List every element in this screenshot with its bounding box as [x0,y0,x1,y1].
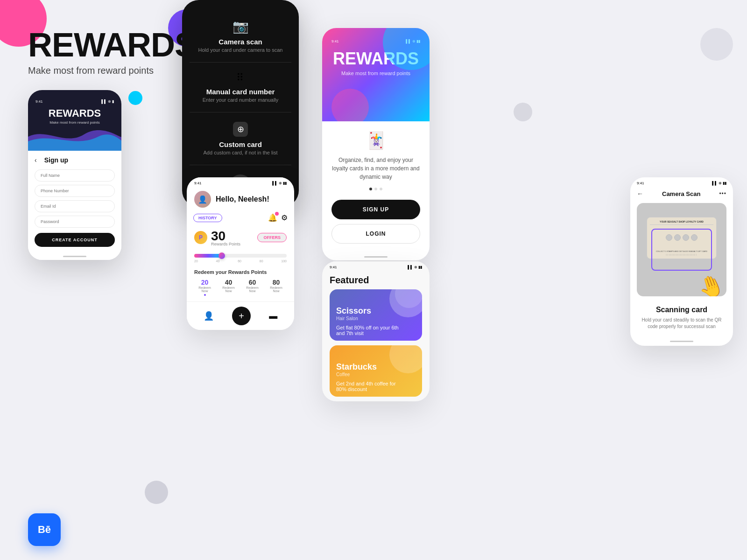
user-avatar: 👤 [194,191,211,208]
phone6-header: ← Camera Scan ••• [630,187,733,200]
scissors-shop-type: Hair Salon [336,316,399,321]
phone6-body: Scanning card Hold your card steadily to… [630,299,733,336]
blob2 [331,89,369,121]
phone-camera-scan-2: 9:41 ▌▌ ⊕ ▮▮ ← Camera Scan ••• YOUR SEAS… [630,177,733,346]
scissors-shop-name: Scissors [336,306,399,316]
redeem-item-80[interactable]: 80 RedeemNow [266,279,287,296]
phone5-status: 9:41 ▌▌ ⊕ ▮▮ [322,261,430,271]
points-coin-icon: P [194,231,207,244]
signup-button[interactable]: SIGN UP [331,200,420,219]
points-label: Rewards Points [211,242,240,246]
redeem-dot [204,294,206,296]
phone5-container: 9:41 ▌▌ ⊕ ▮▮ Featured Scissors Hair Salo… [322,261,430,401]
login-button[interactable]: LOGIN [331,224,420,244]
scissors-offer: Get flat 80% off on your 6thand 7th visi… [336,325,399,336]
starbucks-card[interactable]: Starbucks Coffee Get 2nd and 4th coffee … [330,345,422,397]
camera-icon: 📷 [190,19,291,34]
phone3-bottom-nav: 👤 + ▬ [187,301,294,330]
phone-camera-scan: 📷 Camera scan Hold your card under camer… [182,0,299,207]
progress-thumb[interactable] [218,252,225,259]
pagination-dots [369,188,382,190]
progress-track [194,254,287,258]
full-name-input[interactable] [35,169,115,182]
phone6-back-icon[interactable]: ← [637,190,643,197]
phone4-container: 9:41 ▌▌ ⊕ ▮▮ REWARDS Make most from rewa… [322,28,430,260]
scan-area: YOUR SEASALT SHOP LOYALTY CARD COLLECT 5… [637,203,726,296]
phone-dashboard: 9:41 ▌▌ ⊕ ▮▮ 👤 Hello, Neelesh! HISTORY 🔔… [187,177,294,330]
notification-icon[interactable]: 🔔 [268,213,277,222]
greeting-text: Hello, Neelesh! [216,195,269,203]
dot-3 [380,188,382,190]
manual-icon: ⠿ [190,72,291,84]
camera-scan-title: Camera scan [190,38,291,46]
offers-button[interactable]: OFFERS [257,233,287,242]
starbucks-shop-name: Starbucks [336,362,396,372]
phone6-home-indicator [630,336,733,346]
redeem-item-40[interactable]: 40 RedeemNow [218,279,239,296]
camera-scan-item[interactable]: 📷 Camera scan Hold your card under camer… [190,9,291,63]
phone6-status: 9:41 ▌▌ ⊕ ▮▮ [630,177,733,187]
password-input[interactable] [35,216,115,228]
phone-number-input[interactable] [35,185,115,197]
create-account-button[interactable]: CREATE ACCOUNT [35,233,115,247]
custom-card-item[interactable]: ⊕ Custom card Add custom card, if not in… [190,112,291,165]
manual-card-title: Manual card number [190,88,291,96]
phone4-header: 9:41 ▌▌ ⊕ ▮▮ REWARDS Make most from rewa… [322,28,430,121]
phone4-body: 🃏 Organize, find, and enjoy your loyalty… [322,121,430,253]
points-row: P 30 Rewards Points OFFERS [187,224,294,251]
scissors-card[interactable]: Scissors Hair Salon Get flat 80% off on … [330,289,422,341]
phone1-body: ‹ Sign up CREATE ACCOUNT [28,151,121,252]
loyalty-card-icon: 🃏 [366,131,387,150]
redeem-item-60[interactable]: 60 RedeemNow [242,279,263,296]
starbucks-shop-type: Coffee [336,372,396,377]
settings-icon[interactable]: ⚙ [281,213,288,222]
history-tab[interactable]: HISTORY [193,214,222,222]
points-left: P 30 Rewards Points [194,229,240,246]
add-card-button[interactable]: + [232,307,251,325]
phone-onboarding: 9:41 ▌▌ ⊕ ▮▮ REWARDS Make most from rewa… [322,28,430,260]
hand-holding-icon: 🤚 [695,270,726,296]
phone-signup: 9:41 ▌▌ ⊕ ▮ REWARDS Make most from rewar… [28,90,121,260]
manual-card-desc: Enter your card number manually [190,97,291,103]
redeem-item-20[interactable]: 20 RedeemNow [194,279,215,296]
progress-bar-container: 20 40 60 80 100 [187,251,294,266]
phone1-back-icon[interactable]: ‹ [35,156,37,164]
phone1-brand-title: REWARDS [35,107,114,119]
phone1-wave [28,123,121,151]
scan-frame [651,229,712,271]
decorative-circle-white-right [700,28,733,61]
points-info: 30 Rewards Points [211,229,240,246]
scanning-card-desc: Hold your card steadily to scan the QR c… [637,317,726,330]
phone1-home-indicator [28,252,121,260]
custom-card-desc: Add custom card, if not in the list [190,150,291,155]
profile-nav-icon[interactable]: 👤 [204,311,214,321]
home-bar-4 [364,256,388,258]
phone3-container: 9:41 ▌▌ ⊕ ▮▮ 👤 Hello, Neelesh! HISTORY 🔔… [187,177,294,330]
behance-logo: Bē [38,524,51,536]
phone1-nav: ‹ Sign up [35,156,115,164]
home-bar-6 [670,341,693,342]
phone6-container: 9:41 ▌▌ ⊕ ▮▮ ← Camera Scan ••• YOUR SEAS… [630,177,733,346]
phone-featured: 9:41 ▌▌ ⊕ ▮▮ Featured Scissors Hair Salo… [322,261,430,401]
phone3-header: 👤 Hello, Neelesh! [187,187,294,211]
phone4-brand-sub: Make most from reward points [331,70,420,76]
decorative-circle-gray-mid [514,103,532,121]
phone6-more-icon[interactable]: ••• [719,190,726,197]
onboarding-desc: Organize, find, and enjoy your loyalty c… [331,156,420,181]
dot-1 [369,188,372,190]
phone1-status-bar: 9:41 ▌▌ ⊕ ▮ [35,99,114,104]
camera-scan-desc: Hold your card under camera to scan [190,47,291,53]
phone3-status-bar: 9:41 ▌▌ ⊕ ▮▮ [187,177,294,187]
phone1-header: 9:41 ▌▌ ⊕ ▮ REWARDS Make most from rewar… [28,90,121,151]
redeem-grid: 20 RedeemNow 40 RedeemNow 60 RedeemNow 8… [187,277,294,301]
dot-2 [374,188,377,190]
phone2-container: 📷 Camera scan Hold your card under camer… [182,0,299,207]
cards-nav-icon[interactable]: ▬ [269,311,277,321]
progress-labels: 20 40 60 80 100 [194,259,287,263]
email-input[interactable] [35,200,115,212]
manual-card-item[interactable]: ⠿ Manual card number Enter your card num… [190,63,291,112]
scanning-card-title: Scanning card [637,306,726,314]
decorative-circle-gray-bottom [145,481,168,504]
progress-fill [194,254,222,258]
behance-badge[interactable]: Bē [28,513,61,546]
